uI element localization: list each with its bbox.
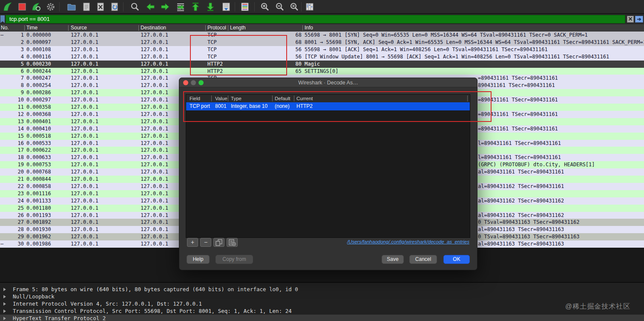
go-to-packet-icon[interactable]	[175, 2, 186, 12]
save-button[interactable]: Save	[382, 255, 404, 264]
first-packet-icon[interactable]	[190, 2, 201, 12]
cell-time: 0.000297	[26, 96, 51, 104]
ok-button[interactable]: OK	[443, 255, 470, 264]
column-divider[interactable]	[302, 25, 303, 31]
main-toolbar	[0, 0, 644, 14]
clear-entries-button[interactable]	[227, 238, 238, 247]
cell-time: 0.000622	[26, 147, 51, 154]
column-header-protocol[interactable]: Protocol	[207, 24, 226, 32]
zoom-window-icon[interactable]	[198, 80, 204, 85]
find-packet-icon[interactable]	[130, 2, 140, 12]
expand-arrow-icon[interactable]	[3, 309, 6, 313]
cell-no: 20	[4, 168, 24, 176]
cell-dst: 127.0.0.1	[141, 89, 168, 96]
cell-dst: 127.0.0.1	[141, 183, 168, 190]
column-header-info[interactable]: Info	[305, 24, 313, 32]
cell-time: 0.000000	[26, 32, 51, 39]
expand-arrow-icon[interactable]	[3, 288, 6, 291]
cell-frag: (GRPC) (PROTOBUF) dto.City, HEADERS[1]	[478, 161, 595, 168]
filter-apply-icon[interactable]: ➔	[635, 16, 643, 23]
add-entry-button[interactable]: +	[187, 238, 198, 247]
packet-row-3[interactable]: 30.000108127.0.0.1127.0.0.1TCP5655698 → …	[0, 46, 644, 53]
column-divider[interactable]	[24, 25, 25, 31]
cell-no: 18	[4, 154, 24, 161]
filter-bar: tcp.port == 8001 ✕ ➔	[0, 14, 644, 24]
help-button[interactable]: Help	[187, 255, 210, 264]
cell-frag: al=890431162 TSecr=890431162	[478, 197, 564, 205]
copy-from-button[interactable]: Copy from	[216, 255, 253, 264]
wireshark-fin-icon[interactable]	[3, 2, 13, 12]
packet-row-1[interactable]: —10.000000127.0.0.1127.0.0.1TCP6855698 →…	[0, 32, 644, 39]
cell-dst: 127.0.0.1	[141, 118, 168, 125]
filter-clear-icon[interactable]: ✕	[627, 16, 634, 23]
next-packet-icon[interactable]	[160, 2, 170, 12]
zoom-in-icon[interactable]	[260, 2, 270, 12]
packet-row-4[interactable]: 40.000116127.0.0.1127.0.0.1TCP56[TCP Win…	[0, 53, 644, 61]
decode-entries-link[interactable]: /Users/fanhaodong/.config/wireshark/deco…	[347, 239, 469, 244]
column-divider[interactable]	[205, 25, 206, 31]
cell-time: 0.000368	[26, 111, 51, 118]
cell-time: 0.000254	[26, 82, 51, 89]
cell-src: 127.0.0.1	[71, 61, 98, 68]
detail-line-text: Transmission Control Protocol, Src Port:…	[13, 308, 292, 314]
cell-time: 0.000633	[26, 154, 51, 161]
detail-line[interactable]: Null/Loopback	[0, 293, 644, 300]
cell-dst: 127.0.0.1	[141, 140, 168, 147]
cell-src: 127.0.0.1	[71, 161, 98, 168]
cell-no: 30	[4, 240, 24, 248]
cell-no: 9	[4, 89, 24, 96]
column-header-source[interactable]: Source	[71, 24, 87, 32]
stop-capture-icon[interactable]	[17, 2, 27, 12]
cell-dst: 127.0.0.1	[141, 240, 168, 248]
filter-bookmark-icon[interactable]	[0, 15, 5, 23]
cell-time: 0.000247	[26, 75, 51, 82]
column-divider[interactable]	[138, 25, 139, 31]
zoom-reset-icon[interactable]	[289, 2, 299, 12]
cell-src: 127.0.0.1	[71, 104, 98, 111]
detail-line-text: HyperText Transfer Protocol 2	[13, 315, 106, 321]
toolbar-separator	[235, 2, 235, 12]
display-filter-input[interactable]: tcp.port == 8001	[6, 15, 625, 23]
resize-columns-icon[interactable]	[305, 2, 315, 12]
expand-arrow-icon[interactable]	[3, 295, 6, 298]
minimize-window-icon[interactable]	[191, 80, 196, 85]
close-window-icon[interactable]	[183, 80, 188, 85]
capture-options-gear-icon[interactable]	[46, 2, 56, 12]
column-header-destination[interactable]: Destination	[141, 24, 166, 32]
cell-dst: 127.0.0.1	[141, 161, 168, 168]
copy-entry-button[interactable]	[213, 238, 224, 247]
detail-line[interactable]: Internet Protocol Version 4, Src: 127.0.…	[0, 300, 644, 307]
zoom-out-icon[interactable]	[275, 2, 285, 12]
detail-line[interactable]: Transmission Control Protocol, Src Port:…	[0, 307, 644, 315]
remove-entry-button[interactable]: −	[200, 238, 211, 247]
open-file-folder-icon[interactable]	[66, 2, 77, 12]
cell-dst: 127.0.0.1	[141, 32, 168, 39]
column-header-no[interactable]: No.	[1, 24, 9, 32]
expand-arrow-icon[interactable]	[3, 302, 6, 306]
packet-row-6[interactable]: 60.000244127.0.0.1127.0.0.1HTTP265SETTIN…	[0, 68, 644, 75]
packet-row-2[interactable]: 20.000097127.0.0.1127.0.0.1TCP688001 → 5…	[0, 39, 644, 46]
reload-file-icon[interactable]	[109, 2, 120, 12]
cell-src: 127.0.0.1	[71, 75, 98, 82]
cell-info: [TCP Window Update] 8001 → 55698 [ACK] S…	[305, 53, 609, 61]
cell-no: 8	[4, 82, 24, 89]
cell-dst: 127.0.0.1	[141, 61, 168, 68]
packet-row-5[interactable]: 50.000230127.0.0.1127.0.0.1HTTP280Magic	[0, 61, 644, 68]
last-packet-icon[interactable]	[205, 2, 216, 12]
auto-scroll-icon[interactable]	[221, 2, 231, 12]
detail-line[interactable]: HyperText Transfer Protocol 2	[0, 315, 644, 321]
column-divider[interactable]	[228, 25, 228, 31]
cell-info: Magic	[305, 61, 320, 68]
save-file-icon[interactable]	[81, 2, 92, 12]
column-divider[interactable]	[68, 25, 69, 31]
previous-packet-icon[interactable]	[145, 2, 155, 12]
cancel-button[interactable]: Cancel	[409, 255, 437, 264]
expand-arrow-icon[interactable]	[3, 317, 6, 320]
restart-capture-icon[interactable]	[31, 2, 41, 12]
column-header-length[interactable]: Length	[230, 24, 246, 32]
detail-line[interactable]: Frame 5: 80 bytes on wire (640 bits), 80…	[0, 286, 644, 293]
colorize-icon[interactable]	[240, 2, 250, 12]
close-file-icon[interactable]	[95, 2, 106, 12]
column-header-time[interactable]: Time	[26, 24, 37, 32]
cell-time: 0.001986	[26, 240, 51, 248]
